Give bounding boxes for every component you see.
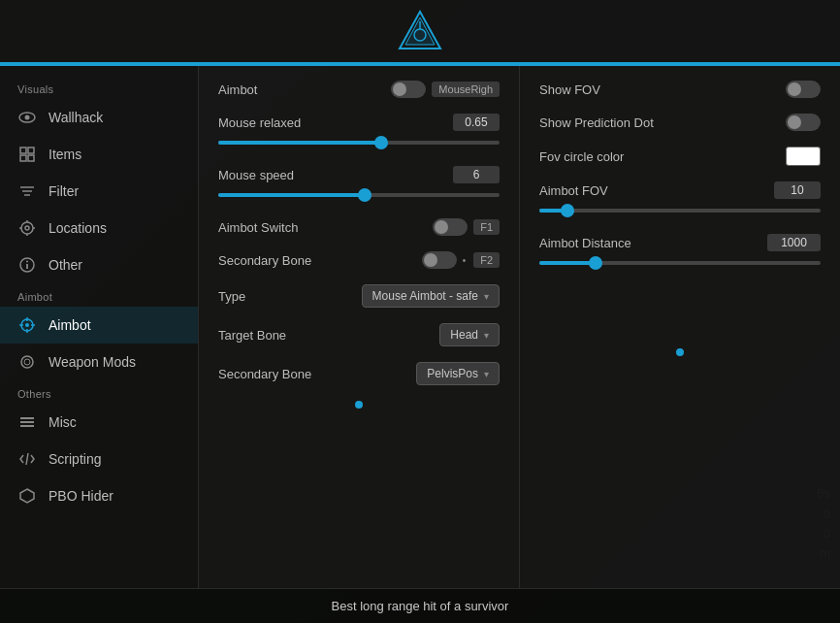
aimbot-section-label: Aimbot [0,283,198,307]
mouse-speed-label: Mouse speed [218,168,453,182]
aimbot-setting-row: Aimbot MouseRigh [218,81,500,98]
fov-color-inline: Fov circle color [539,147,821,166]
fov-color-box[interactable] [786,147,821,166]
aimbot-toggle[interactable] [391,81,426,98]
location-icon [17,218,37,238]
logo-icon [396,8,444,56]
bottom-bar-text: Best long range hit of a survivor [332,599,509,613]
type-dropdown-value: Mouse Aimbot - safe [372,289,478,303]
sidebar-label-filter: Filter [48,183,79,199]
show-prediction-knob [788,115,801,129]
main-panel: Aimbot MouseRigh Mouse relaxed 0.65 [199,66,840,588]
aimbot-distance-row: Aimbot Distance 1000 [539,234,821,271]
target-bone-dropdown[interactable]: Head ▾ [439,323,500,346]
secondary-bone2-arrow: ▾ [484,369,489,379]
mouse-relaxed-label: Mouse relaxed [218,115,453,130]
items-icon [17,145,37,164]
target-bone-arrow: ▾ [484,330,489,341]
sidebar-item-other[interactable]: Other [0,246,198,283]
fov-color-row: Fov circle color [539,147,821,166]
sidebar-label-items: Items [48,147,81,162]
info-icon [17,255,37,275]
svg-point-13 [21,222,33,234]
pbo-icon [17,486,37,506]
mouse-relaxed-inline: Mouse relaxed 0.65 [218,114,500,131]
sidebar-item-wallhack[interactable]: Wallhack [0,99,198,136]
aimbot-distance-fill [539,261,596,265]
mouse-speed-thumb[interactable] [358,188,372,202]
svg-point-21 [26,261,28,263]
secondary-bone2-inline: Secondary Bone PelvisPos ▾ [218,362,500,385]
aimbot-fov-slider[interactable] [539,203,821,218]
sidebar-item-scripting[interactable]: Scripting [0,441,198,477]
sidebar-item-items[interactable]: Items [0,136,198,173]
sidebar-item-aimbot[interactable]: Aimbot [0,307,198,344]
eye-icon [17,108,37,127]
sidebar-label-pbo-hider: PBO Hider [48,488,113,504]
panel-left: Aimbot MouseRigh Mouse relaxed 0.65 [199,66,520,588]
aimbot-fov-thumb[interactable] [561,204,574,217]
type-row: Type Mouse Aimbot - safe ▾ [218,284,500,308]
secondary-bone-label: Secondary Bone [218,253,422,268]
type-label: Type [218,289,362,304]
aimbot-fov-inline: Aimbot FOV 10 [539,181,821,199]
secondary-bone-dot: • [463,255,467,266]
sidebar-label-misc: Misc [48,414,77,430]
mouse-relaxed-slider[interactable] [218,135,500,150]
secondary-bone-knob [424,253,437,267]
mouse-speed-fill [218,193,365,197]
show-prediction-inline: Show Prediction Dot [539,114,821,131]
mouse-relaxed-value[interactable]: 0.65 [453,114,500,131]
svg-point-29 [24,359,30,365]
sidebar-item-filter[interactable]: Filter [0,173,198,210]
sidebar-item-pbo-hider[interactable]: PBO Hider [0,477,198,514]
show-fov-toggle[interactable] [786,81,821,98]
svg-rect-30 [20,417,34,419]
mouse-speed-value[interactable]: 6 [453,166,500,183]
secondary-bone2-dropdown[interactable]: PelvisPos ▾ [416,362,500,385]
show-prediction-toggle[interactable] [786,114,821,131]
aimbot-switch-inline: Aimbot Switch F1 [218,218,500,236]
header [0,0,840,66]
mouse-speed-row: Mouse speed 6 [218,166,500,203]
target-bone-inline: Target Bone Head ▾ [218,323,500,346]
panel-right: Show FOV Show Prediction Dot [520,66,840,588]
sidebar-label-other: Other [48,257,82,273]
show-fov-knob [788,82,801,96]
aimbot-distance-thumb[interactable] [589,256,602,270]
svg-point-23 [25,323,29,327]
sidebar-item-locations[interactable]: Locations [0,210,198,246]
show-prediction-row: Show Prediction Dot [539,114,821,131]
aimbot-badge: MouseRigh [432,82,500,97]
bottom-bar: Best long range hit of a survivor [0,588,840,623]
mouse-relaxed-thumb[interactable] [374,136,388,149]
mouse-speed-slider[interactable] [218,187,500,203]
show-prediction-label: Show Prediction Dot [539,115,786,130]
visuals-section-label: Visuals [0,76,198,99]
secondary-bone-toggle[interactable] [422,251,457,269]
sidebar-label-wallhack: Wallhack [48,110,103,125]
aimbot-distance-value[interactable]: 1000 [767,234,821,251]
aimbot-switch-toggle[interactable] [433,218,468,236]
show-fov-inline: Show FOV [539,81,821,98]
misc-icon [17,412,37,432]
mouse-relaxed-row: Mouse relaxed 0.65 [218,114,500,150]
type-dropdown[interactable]: Mouse Aimbot - safe ▾ [362,284,500,308]
sidebar-item-misc[interactable]: Misc [0,404,198,441]
aimbot-fov-row: Aimbot FOV 10 [539,181,821,218]
type-inline: Type Mouse Aimbot - safe ▾ [218,284,500,308]
left-nav-dot[interactable] [355,401,363,409]
svg-rect-7 [28,148,34,153]
aimbot-distance-slider[interactable] [539,255,821,271]
aimbot-label: Aimbot [218,82,391,97]
right-nav-dot[interactable] [676,348,684,356]
sidebar-label-locations: Locations [48,220,107,236]
show-fov-label: Show FOV [539,82,786,97]
svg-point-14 [25,226,29,230]
aimbot-distance-inline: Aimbot Distance 1000 [539,234,821,251]
aimbot-fov-value[interactable]: 10 [774,181,821,199]
fov-color-label: Fov circle color [539,149,786,164]
target-bone-value: Head [450,328,478,342]
mouse-speed-inline: Mouse speed 6 [218,166,500,183]
sidebar-item-weapon-mods[interactable]: Weapon Mods [0,344,198,380]
